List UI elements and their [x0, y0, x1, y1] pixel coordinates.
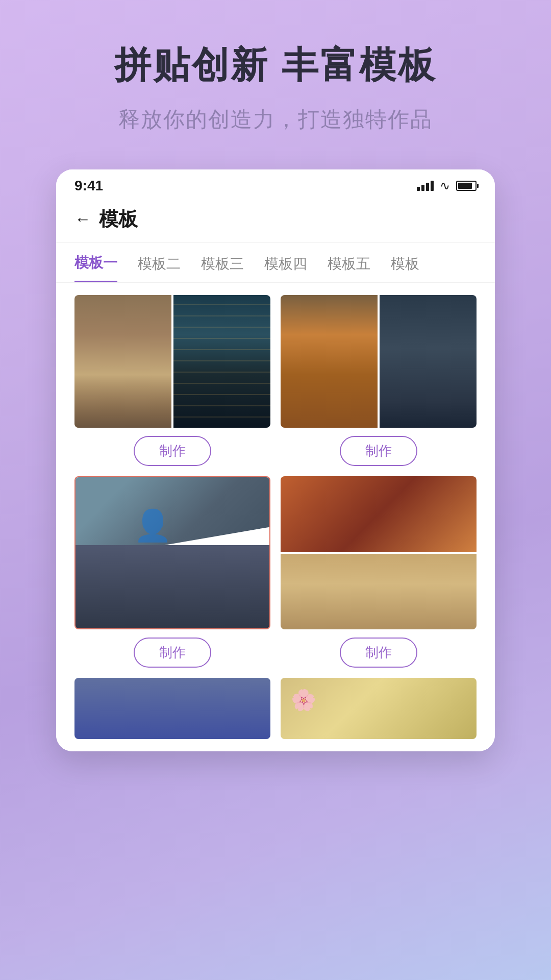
tab-template-1[interactable]: 模板一 — [74, 253, 117, 282]
status-bar: 9:41 ∿ — [56, 169, 495, 198]
template-row-3 — [74, 678, 477, 739]
template-card-1: 制作 — [74, 295, 270, 466]
template-row-2: 制作 制作 — [74, 476, 477, 668]
photo-alley — [76, 545, 269, 628]
status-icons: ∿ — [417, 179, 477, 193]
phone-frame: 9:41 ∿ ← 模板 模板一 模板二 模板三 模板四 模板五 模板 — [56, 169, 495, 751]
status-time: 9:41 — [74, 178, 103, 194]
photo-ruins — [281, 554, 477, 629]
wifi-icon: ∿ — [440, 179, 450, 193]
template-card-4: 制作 — [281, 476, 477, 668]
photo-ocean — [380, 295, 477, 428]
make-button-4[interactable]: 制作 — [340, 638, 417, 668]
screen-title: 模板 — [99, 206, 138, 232]
tab-template-4[interactable]: 模板四 — [264, 254, 307, 282]
template-card-5 — [74, 678, 270, 739]
tabs-row: 模板一 模板二 模板三 模板四 模板五 模板 — [56, 243, 495, 283]
photo-flowers — [281, 678, 477, 739]
tab-template-5[interactable]: 模板五 — [328, 254, 370, 282]
make-button-1[interactable]: 制作 — [134, 436, 211, 466]
battery-icon — [456, 181, 477, 191]
tab-template-6[interactable]: 模板 — [391, 254, 419, 282]
photo-collage-diagonal — [74, 476, 270, 629]
tab-template-3[interactable]: 模板三 — [201, 254, 244, 282]
photo-desert — [74, 295, 171, 428]
photo-car — [281, 476, 477, 552]
signal-icon — [417, 181, 434, 191]
back-button[interactable]: ← — [74, 210, 91, 229]
photo-scene — [74, 678, 270, 739]
photo-collage-1 — [74, 295, 270, 428]
template-card-3: 制作 — [74, 476, 270, 668]
template-card-2: 制作 — [281, 295, 477, 466]
photo-field — [281, 295, 378, 428]
photo-collage-right — [281, 476, 477, 629]
template-row-1: 制作 制作 — [74, 295, 477, 466]
template-card-6 — [281, 678, 477, 739]
app-header: ← 模板 — [56, 198, 495, 243]
page-sub-title: 释放你的创造力，打造独特作品 — [118, 105, 433, 134]
content-area: 制作 制作 制作 — [56, 283, 495, 751]
photo-collage-2 — [281, 295, 477, 428]
tab-template-2[interactable]: 模板二 — [138, 254, 181, 282]
page-main-title: 拼贴创新 丰富模板 — [114, 41, 437, 90]
make-button-3[interactable]: 制作 — [134, 638, 211, 668]
photo-building — [173, 295, 270, 428]
make-button-2[interactable]: 制作 — [340, 436, 417, 466]
